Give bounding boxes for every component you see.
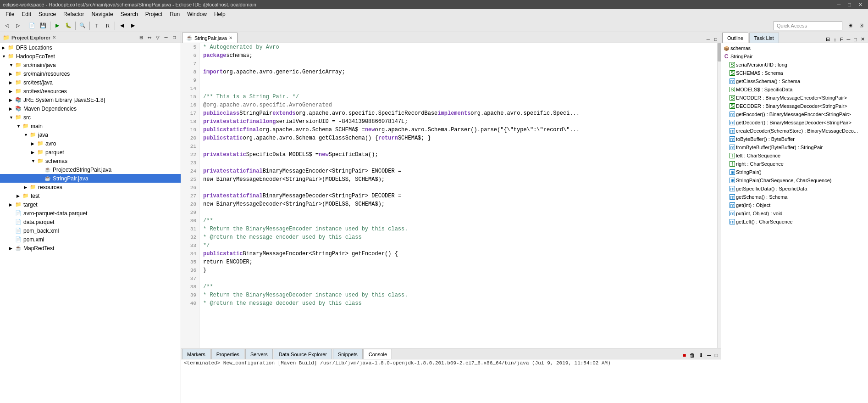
menu-search[interactable]: Search bbox=[117, 10, 142, 18]
toolbar-perspective2[interactable]: ⊡ bbox=[856, 21, 866, 31]
tree-item-avro-parquet[interactable]: 📄avro-parquet-data.parquet bbox=[0, 209, 181, 218]
maximize-btn[interactable]: □ bbox=[845, 2, 854, 8]
tree-item-jre[interactable]: ▶📚JRE System Library [JavaSE-1.8] bbox=[0, 95, 181, 104]
outline-item-13[interactable]: fleft : CharSequence bbox=[721, 151, 868, 160]
outline-sort-btn[interactable]: ↕ bbox=[832, 36, 838, 43]
toolbar-search[interactable]: 🔍 bbox=[77, 21, 88, 31]
outline-item-3[interactable]: SSCHEMA$ : Schema bbox=[721, 69, 868, 77]
tree-item-src-test-java[interactable]: ▶📁src/test/java bbox=[0, 78, 181, 87]
toolbar-run[interactable]: ▶ bbox=[52, 21, 62, 31]
tab-markers[interactable]: Markers bbox=[182, 349, 210, 359]
toolbar-prev[interactable]: ◀ bbox=[117, 21, 127, 31]
outline-item-18[interactable]: mgetSchema() : Schema bbox=[721, 193, 868, 201]
outline-item-11[interactable]: mtoByteBuffer() : ByteBuffer bbox=[721, 135, 868, 143]
tree-item-parquet[interactable]: ▶📁parquet bbox=[0, 148, 181, 157]
tab-servers[interactable]: Servers bbox=[245, 349, 273, 359]
outline-item-4[interactable]: mgetClassSchema() : Schema bbox=[721, 77, 868, 85]
menu-edit[interactable]: Edit bbox=[18, 10, 35, 18]
tab-properties[interactable]: Properties bbox=[211, 349, 244, 359]
quick-access-input[interactable]: Quick Access bbox=[774, 21, 842, 30]
tree-item-hadoop[interactable]: ▼📁HadoopEcoTest bbox=[0, 52, 181, 61]
tree-item-resources[interactable]: ▶📁resources bbox=[0, 183, 181, 191]
tree-item-schemas[interactable]: ▼📁schemas bbox=[0, 157, 181, 165]
outline-item-8[interactable]: mgetEncoder() : BinaryMessageEncoder<Str… bbox=[721, 110, 868, 118]
menu-navigate[interactable]: Navigate bbox=[88, 10, 116, 18]
tree-item-src-main-res[interactable]: ▶📁src/main/resources bbox=[0, 69, 181, 78]
tree-item-pom[interactable]: 📄pom.xml bbox=[0, 235, 181, 244]
outline-item-16[interactable]: ⊕StringPair(CharSequence, CharSequence) bbox=[721, 176, 868, 185]
menu-window[interactable]: Window bbox=[183, 10, 210, 18]
menu-run[interactable]: Run bbox=[166, 10, 183, 18]
editor-minimize-btn[interactable]: ─ bbox=[705, 36, 712, 43]
tab-tasklist[interactable]: Task List bbox=[749, 33, 779, 43]
view-menu-btn[interactable]: ▽ bbox=[154, 34, 161, 41]
tree-item-src[interactable]: ▼📁src bbox=[0, 113, 181, 122]
menu-file[interactable]: File bbox=[2, 10, 18, 18]
outline-hide-fields-btn[interactable]: F bbox=[839, 36, 845, 43]
minimize-btn[interactable]: ─ bbox=[835, 2, 844, 8]
outline-item-6[interactable]: SENCODER : BinaryMessageEncoder<StringPa… bbox=[721, 94, 868, 102]
bottom-maximize-btn[interactable]: □ bbox=[713, 352, 719, 359]
console-scroll-btn[interactable]: ⬇ bbox=[697, 352, 705, 359]
outline-maximize-btn[interactable]: □ bbox=[852, 36, 858, 43]
close-btn[interactable]: ✕ bbox=[856, 2, 865, 8]
collapse-all-btn[interactable]: ⊟ bbox=[138, 34, 145, 41]
minimize-panel-btn[interactable]: ─ bbox=[162, 34, 170, 41]
tree-item-src-test-res[interactable]: ▶📁src/test/resources bbox=[0, 87, 181, 95]
bottom-minimize-btn[interactable]: ─ bbox=[706, 352, 713, 359]
console-clear-btn[interactable]: 🗑 bbox=[688, 352, 697, 359]
outline-item-15[interactable]: ⊕StringPair() bbox=[721, 168, 868, 176]
editor-scrollbar-thumb[interactable] bbox=[718, 43, 721, 62]
outline-item-21[interactable]: mgetLeft() : CharSequence bbox=[721, 218, 868, 226]
outline-item-14[interactable]: fright : CharSequence bbox=[721, 160, 868, 168]
menu-source[interactable]: Source bbox=[35, 10, 60, 18]
outline-item-19[interactable]: mget(int) : Object bbox=[721, 201, 868, 209]
outline-close-btn[interactable]: ✕ bbox=[859, 36, 866, 43]
menu-project[interactable]: Project bbox=[142, 10, 166, 18]
toolbar-back[interactable]: ◁ bbox=[2, 21, 12, 31]
tree-item-src-main-java[interactable]: ▼📁src/main/java bbox=[0, 61, 181, 69]
outline-item-7[interactable]: SDECODER : BinaryMessageDecoder<StringPa… bbox=[721, 102, 868, 110]
tree-item-main[interactable]: ▼📁main bbox=[0, 122, 181, 130]
menu-help[interactable]: Help bbox=[210, 10, 229, 18]
toolbar-perspective[interactable]: ⊞ bbox=[845, 21, 855, 31]
toolbar-fwd[interactable]: ▷ bbox=[13, 21, 23, 31]
outline-minimize-btn[interactable]: ─ bbox=[846, 36, 852, 43]
editor-tab-stringpair[interactable]: ☕ StringPair.java ✕ bbox=[182, 33, 238, 43]
toolbar-debug[interactable]: 🐛 bbox=[63, 21, 73, 31]
tab-datasource[interactable]: Data Source Explorer bbox=[274, 349, 332, 359]
outline-item-5[interactable]: SMODELS$ : SpecificData bbox=[721, 85, 868, 94]
toolbar-save[interactable]: 💾 bbox=[38, 21, 48, 31]
tab-close-btn[interactable]: ✕ bbox=[229, 35, 232, 40]
tab-snippets[interactable]: Snippets bbox=[333, 349, 363, 359]
tab-console[interactable]: Console bbox=[364, 349, 392, 359]
outline-item-9[interactable]: mgetDecoder() : BinaryMessageDecoder<Str… bbox=[721, 118, 868, 127]
tree-item-projected[interactable]: ☕ProjectedStringPair.java bbox=[0, 165, 181, 174]
outline-item-0[interactable]: 📦schemas bbox=[721, 44, 868, 52]
toolbar-open-res[interactable]: R bbox=[103, 21, 113, 31]
console-stop-btn[interactable]: ■ bbox=[681, 352, 687, 359]
tree-item-maven[interactable]: ▶📚Maven Dependencies bbox=[0, 104, 181, 113]
outline-collapse-btn[interactable]: ⊟ bbox=[824, 36, 831, 43]
menu-refactor[interactable]: Refactor bbox=[60, 10, 88, 18]
link-editor-btn[interactable]: ⇔ bbox=[146, 34, 153, 41]
tree-item-pom-back[interactable]: 📄pom_back.xml bbox=[0, 226, 181, 235]
tree-item-mapred[interactable]: ▶☕MapRedTest bbox=[0, 244, 181, 252]
outline-item-2[interactable]: SserialVersionUID : long bbox=[721, 61, 868, 69]
tree-item-java[interactable]: ▼📁java bbox=[0, 130, 181, 139]
outline-item-10[interactable]: mcreateDecoder(SchemaStore) : BinaryMess… bbox=[721, 127, 868, 135]
code-content[interactable]: * Autogenerated by Avropackage schemas;i… bbox=[199, 43, 717, 348]
outline-item-20[interactable]: mput(int, Object) : void bbox=[721, 209, 868, 218]
toolbar-next[interactable]: ▶ bbox=[128, 21, 138, 31]
outline-item-1[interactable]: CStringPair bbox=[721, 52, 868, 61]
toolbar-new[interactable]: 📄 bbox=[27, 21, 37, 31]
outline-item-17[interactable]: mgetSpecificData() : SpecificData bbox=[721, 185, 868, 193]
tree-item-target[interactable]: ▶📁target bbox=[0, 200, 181, 209]
tree-item-dfs[interactable]: ▶📁DFS Locations bbox=[0, 43, 181, 52]
tree-item-data-parquet[interactable]: 📄data.parquet bbox=[0, 218, 181, 226]
editor-maximize-btn[interactable]: □ bbox=[713, 36, 719, 43]
maximize-panel-btn[interactable]: □ bbox=[171, 34, 178, 41]
tree-item-test[interactable]: ▶📁test bbox=[0, 191, 181, 200]
editor-scrollbar[interactable] bbox=[717, 43, 721, 348]
tree-item-avro[interactable]: ▶📁avro bbox=[0, 139, 181, 148]
